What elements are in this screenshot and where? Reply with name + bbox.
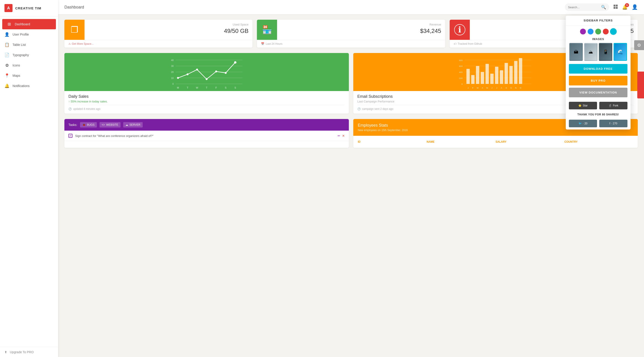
cloud-icon: ☁ xyxy=(126,123,128,126)
svg-text:F: F xyxy=(215,86,217,89)
task-actions: ✏ ✕ xyxy=(338,134,345,138)
svg-rect-43 xyxy=(490,74,494,84)
grid-view-button[interactable] xyxy=(613,4,618,10)
svg-text:S: S xyxy=(506,86,507,89)
filter-image-1[interactable]: 🏔 xyxy=(569,43,583,61)
col-country: Country xyxy=(564,140,633,144)
task-tab-website[interactable]: <> WEBSITE xyxy=(100,122,120,128)
svg-rect-2 xyxy=(614,7,616,8)
bug-icon: 🐞 xyxy=(82,123,86,126)
sidebar-footer: ⬆ Upgrade To PRO xyxy=(0,347,58,357)
tasks-label: Tasks: xyxy=(68,123,77,126)
fork-button[interactable]: 🍴 Fork xyxy=(599,102,628,110)
svg-point-15 xyxy=(186,73,188,76)
icons-icon: ✿ xyxy=(4,63,10,68)
upgrade-icon: ⬆ xyxy=(4,350,7,354)
sidebar-item-dashboard[interactable]: ⊞ Dashboard xyxy=(2,19,56,29)
star-button[interactable]: ⭐ Star xyxy=(569,102,597,110)
svg-text:400: 400 xyxy=(459,71,463,73)
employees-table: ID Name Salary Country xyxy=(353,136,638,148)
svg-text:J: J xyxy=(496,86,497,89)
facebook-icon: f xyxy=(609,122,610,125)
color-red[interactable] xyxy=(603,29,609,34)
notifications-button[interactable]: 🔔 5 xyxy=(622,4,628,10)
twitter-icon: 🐦 xyxy=(578,122,582,125)
user-avatar-icon: 👤 xyxy=(632,4,638,10)
search-input[interactable] xyxy=(568,6,599,9)
view-documentation-button[interactable]: VIEW DOCUMENTATION xyxy=(569,88,628,97)
svg-text:A: A xyxy=(501,86,502,89)
color-cyan[interactable] xyxy=(610,29,616,34)
svg-text:20: 20 xyxy=(171,71,174,73)
task-text: Sign contract for "What are conference o… xyxy=(75,134,335,138)
sidebar-item-maps[interactable]: 📍 Maps xyxy=(0,70,58,81)
filter-image-2[interactable]: ⛰ xyxy=(584,43,598,61)
sidebar-item-icons[interactable]: ✿ Icons xyxy=(0,60,58,70)
task-tab-server[interactable]: ☁ SERVER xyxy=(123,122,143,128)
get-more-space-link[interactable]: ⚠ Get More Space... xyxy=(68,42,94,46)
sidebar-item-table-list[interactable]: 📋 Table List xyxy=(0,40,58,50)
svg-point-18 xyxy=(215,70,217,72)
svg-rect-45 xyxy=(500,70,503,84)
sidebar-item-label: Icons xyxy=(12,64,20,67)
search-icon[interactable]: 🔍 xyxy=(601,5,606,10)
main-area: Dashboard 🔍 🔔 5 👤 ❐ xyxy=(58,0,644,357)
upgrade-to-pro[interactable]: ⬆ Upgrade To PRO xyxy=(4,350,54,354)
sidebar-item-label: Table List xyxy=(12,43,26,46)
settings-button[interactable]: ⚙ xyxy=(634,40,644,50)
gear-icon: ⚙ xyxy=(637,42,641,48)
tag-icon: 🏷 xyxy=(454,42,456,46)
stat-card-used-space: ❐ Used Space 49/50 GB ⚠ Get More Space..… xyxy=(64,20,252,48)
task-tab-bugs[interactable]: 🐞 BUGS xyxy=(80,122,97,128)
svg-text:M: M xyxy=(477,86,478,89)
stats-row: ❐ Used Space 49/50 GB ⚠ Get More Space..… xyxy=(64,20,638,48)
svg-text:0: 0 xyxy=(461,83,462,85)
buy-pro-button[interactable]: BUY PRO xyxy=(569,76,628,86)
twitter-button[interactable]: 🐦 · 20 xyxy=(569,120,597,127)
filters-thanks: THANK YOU FOR 80 SHARES! xyxy=(566,112,630,118)
task-delete-button[interactable]: ✕ xyxy=(342,134,345,138)
sidebar-brand: A CREATIVE TIM xyxy=(0,0,58,16)
color-blue[interactable] xyxy=(588,29,594,34)
color-purple[interactable] xyxy=(580,29,586,34)
fork-icon: 🍴 xyxy=(608,104,612,107)
sidebar: A CREATIVE TIM ⊞ Dashboard 👤 User Profil… xyxy=(0,0,58,357)
facebook-button[interactable]: f · 270 xyxy=(599,120,628,127)
stat-footer: ⚠ Get More Space... xyxy=(64,40,252,48)
svg-rect-42 xyxy=(486,64,489,84)
svg-text:O: O xyxy=(510,86,512,89)
svg-rect-40 xyxy=(476,66,480,84)
github-icon: ⭐ xyxy=(578,104,582,107)
calendar-icon: 📅 xyxy=(261,42,264,46)
svg-rect-46 xyxy=(505,63,508,84)
svg-rect-49 xyxy=(519,58,522,84)
color-green[interactable] xyxy=(595,29,601,34)
sidebar-item-label: Maps xyxy=(12,74,20,78)
revenue-icon-box: 🏪 xyxy=(257,20,277,40)
sidebar-item-notifications[interactable]: 🔔 Notifications xyxy=(0,81,58,91)
sidebar-item-label: Dashboard xyxy=(15,22,30,26)
clock-icon: 🕐 xyxy=(357,107,361,110)
notifications-icon: 🔔 xyxy=(4,84,10,88)
stat-value: $34,245 xyxy=(281,28,441,34)
sidebar-item-typography[interactable]: 📄 Typography xyxy=(0,50,58,60)
profile-button[interactable]: 👤 xyxy=(632,4,638,10)
download-free-button[interactable]: DOWNLOAD FREE xyxy=(569,64,628,74)
filters-colors xyxy=(566,26,630,38)
used-space-icon-box: ❐ xyxy=(64,20,84,40)
svg-rect-0 xyxy=(614,4,616,6)
image-placeholder: 🏔 xyxy=(570,44,582,60)
svg-text:J: J xyxy=(468,86,469,89)
stat-label: Used Space xyxy=(88,23,248,26)
svg-rect-1 xyxy=(616,4,618,6)
svg-text:N: N xyxy=(515,86,516,89)
filter-image-3[interactable]: 📱 xyxy=(599,43,612,61)
svg-rect-3 xyxy=(616,7,618,8)
filter-image-4[interactable]: 🌊 xyxy=(614,43,627,61)
sidebar-item-user-profile[interactable]: 👤 User Profile xyxy=(0,29,58,40)
task-edit-button[interactable]: ✏ xyxy=(338,134,340,138)
svg-text:600: 600 xyxy=(459,65,463,67)
image-placeholder: ⛰ xyxy=(585,44,597,60)
clock-icon: 🕐 xyxy=(68,107,72,110)
task-checkbox[interactable]: ✓ xyxy=(68,134,72,138)
